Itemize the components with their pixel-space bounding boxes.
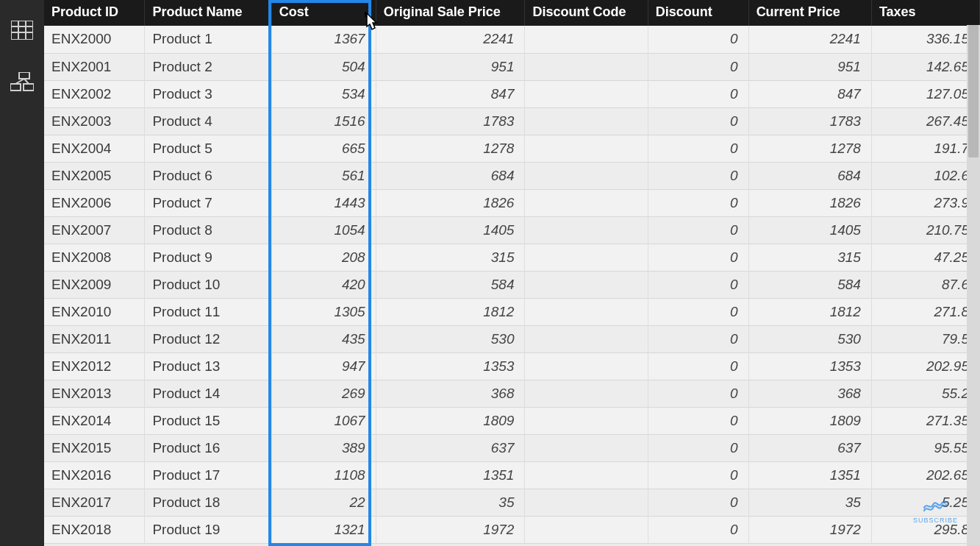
- table-row[interactable]: ENX2015Product 16389637063795.55: [44, 434, 980, 461]
- cell-taxes[interactable]: 87.6: [871, 271, 979, 298]
- cell-product_id[interactable]: ENX2001: [44, 53, 145, 80]
- cell-discount_code[interactable]: [525, 135, 648, 162]
- cell-orig_price[interactable]: 2241: [376, 26, 525, 53]
- cell-product_name[interactable]: Product 14: [145, 380, 271, 407]
- cell-product_name[interactable]: Product 6: [145, 162, 271, 189]
- cell-discount[interactable]: 0: [648, 53, 748, 80]
- column-header-current_price[interactable]: Current Price: [748, 0, 871, 26]
- cell-current_price[interactable]: 315: [748, 244, 871, 271]
- cell-orig_price[interactable]: 1278: [376, 135, 525, 162]
- cell-product_name[interactable]: Product 13: [145, 352, 271, 380]
- cell-product_name[interactable]: Product 12: [145, 325, 271, 352]
- cell-taxes[interactable]: 210.75: [871, 216, 979, 244]
- cell-taxes[interactable]: 271.8: [871, 298, 979, 325]
- cell-product_id[interactable]: ENX2012: [44, 352, 145, 380]
- cell-taxes[interactable]: 273.9: [871, 189, 979, 216]
- cell-product_name[interactable]: Product 8: [145, 216, 271, 244]
- cell-cost[interactable]: 1516: [271, 107, 376, 135]
- table-row[interactable]: ENX2002Product 35348470847127.05: [44, 80, 980, 107]
- cell-discount[interactable]: 0: [648, 135, 748, 162]
- cell-product_name[interactable]: Product 18: [145, 489, 271, 516]
- cell-product_id[interactable]: ENX2016: [44, 461, 145, 489]
- cell-orig_price[interactable]: 530: [376, 325, 525, 352]
- cell-discount_code[interactable]: [525, 298, 648, 325]
- cell-taxes[interactable]: 79.5: [871, 325, 979, 352]
- cell-discount[interactable]: 0: [648, 516, 748, 543]
- table-row[interactable]: ENX2014Product 151067180901809271.35: [44, 407, 980, 434]
- cell-cost[interactable]: 665: [271, 135, 376, 162]
- cell-discount[interactable]: 0: [648, 26, 748, 53]
- cell-current_price[interactable]: 1353: [748, 352, 871, 380]
- cell-discount_code[interactable]: [525, 352, 648, 380]
- cell-discount[interactable]: 0: [648, 489, 748, 516]
- cell-discount[interactable]: 0: [648, 271, 748, 298]
- cell-taxes[interactable]: 271.35: [871, 407, 979, 434]
- cell-discount[interactable]: 0: [648, 325, 748, 352]
- cell-taxes[interactable]: 55.2: [871, 380, 979, 407]
- cell-discount[interactable]: 0: [648, 407, 748, 434]
- cell-discount_code[interactable]: [525, 461, 648, 489]
- table-row[interactable]: ENX2004Product 5665127801278191.7: [44, 135, 980, 162]
- cell-product_id[interactable]: ENX2003: [44, 107, 145, 135]
- cell-discount[interactable]: 0: [648, 107, 748, 135]
- cell-orig_price[interactable]: 1972: [376, 516, 525, 543]
- column-header-discount[interactable]: Discount: [648, 0, 748, 26]
- cell-discount_code[interactable]: [525, 162, 648, 189]
- cell-current_price[interactable]: 1972: [748, 516, 871, 543]
- cell-cost[interactable]: 534: [271, 80, 376, 107]
- cell-product_name[interactable]: Product 17: [145, 461, 271, 489]
- cell-product_name[interactable]: Product 9: [145, 244, 271, 271]
- cell-orig_price[interactable]: 1351: [376, 461, 525, 489]
- cell-current_price[interactable]: 35: [748, 489, 871, 516]
- cell-discount[interactable]: 0: [648, 461, 748, 489]
- cell-product_name[interactable]: Product 15: [145, 407, 271, 434]
- cell-orig_price[interactable]: 1353: [376, 352, 525, 380]
- cell-product_name[interactable]: Product 7: [145, 189, 271, 216]
- cell-discount_code[interactable]: [525, 53, 648, 80]
- cell-current_price[interactable]: 1351: [748, 461, 871, 489]
- table-row[interactable]: ENX2009Product 10420584058487.6: [44, 271, 980, 298]
- cell-discount_code[interactable]: [525, 271, 648, 298]
- column-header-orig_price[interactable]: Original Sale Price: [376, 0, 525, 26]
- cell-taxes[interactable]: 95.55: [871, 434, 979, 461]
- cell-current_price[interactable]: 530: [748, 325, 871, 352]
- cell-orig_price[interactable]: 951: [376, 53, 525, 80]
- vertical-scrollbar-thumb[interactable]: [968, 25, 979, 157]
- table-row[interactable]: ENX2005Product 65616840684102.6: [44, 162, 980, 189]
- cell-discount[interactable]: 0: [648, 352, 748, 380]
- model-view-icon[interactable]: [10, 72, 34, 96]
- column-header-taxes[interactable]: Taxes: [871, 0, 979, 26]
- data-grid[interactable]: Product IDProduct NameCostOriginal Sale …: [44, 0, 980, 544]
- table-row[interactable]: ENX2012Product 13947135301353202.95: [44, 352, 980, 380]
- cell-orig_price[interactable]: 847: [376, 80, 525, 107]
- cell-taxes[interactable]: 47.25: [871, 244, 979, 271]
- cell-cost[interactable]: 1067: [271, 407, 376, 434]
- cell-cost[interactable]: 389: [271, 434, 376, 461]
- cell-orig_price[interactable]: 584: [376, 271, 525, 298]
- column-header-cost[interactable]: Cost: [271, 0, 376, 26]
- cell-orig_price[interactable]: 35: [376, 489, 525, 516]
- cell-discount_code[interactable]: [525, 244, 648, 271]
- vertical-scrollbar[interactable]: [967, 25, 980, 546]
- cell-product_name[interactable]: Product 1: [145, 26, 271, 53]
- cell-product_name[interactable]: Product 2: [145, 53, 271, 80]
- cell-product_name[interactable]: Product 19: [145, 516, 271, 543]
- cell-discount[interactable]: 0: [648, 189, 748, 216]
- cell-current_price[interactable]: 1783: [748, 107, 871, 135]
- cell-discount[interactable]: 0: [648, 162, 748, 189]
- table-row[interactable]: ENX2001Product 25049510951142.65: [44, 53, 980, 80]
- table-row[interactable]: ENX2006Product 71443182601826273.9: [44, 189, 980, 216]
- cell-taxes[interactable]: 336.15: [871, 26, 979, 53]
- cell-taxes[interactable]: 267.45: [871, 107, 979, 135]
- cell-cost[interactable]: 1321: [271, 516, 376, 543]
- table-row[interactable]: ENX2016Product 171108135101351202.65: [44, 461, 980, 489]
- cell-current_price[interactable]: 1812: [748, 298, 871, 325]
- cell-taxes[interactable]: 295.8: [871, 516, 979, 543]
- data-view-icon[interactable]: [11, 21, 33, 43]
- cell-product_id[interactable]: ENX2008: [44, 244, 145, 271]
- table-row[interactable]: ENX2000Product 11367224102241336.15: [44, 26, 980, 53]
- cell-discount_code[interactable]: [525, 26, 648, 53]
- cell-discount_code[interactable]: [525, 325, 648, 352]
- cell-product_id[interactable]: ENX2004: [44, 135, 145, 162]
- table-row[interactable]: ENX2011Product 12435530053079.5: [44, 325, 980, 352]
